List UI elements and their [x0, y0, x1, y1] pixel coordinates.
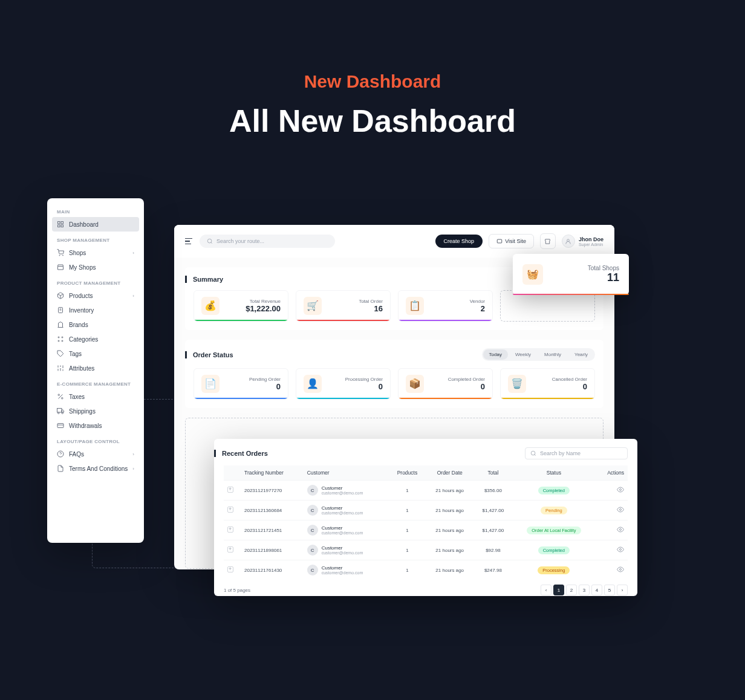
metric-value: 0	[249, 382, 281, 391]
sidebar-item-products[interactable]: Products ›	[52, 288, 139, 303]
tab-today[interactable]: Today	[483, 349, 508, 360]
money-bag-icon: 💰	[201, 297, 220, 315]
help-icon	[57, 450, 64, 458]
svg-rect-3	[61, 225, 63, 227]
orders-table: Tracking Number Customer Products Order …	[224, 465, 628, 580]
orders-search-input[interactable]: Search by Name	[525, 447, 628, 459]
customer-avatar: C	[307, 485, 318, 496]
cell-products: 1	[389, 481, 426, 501]
cell-products: 1	[389, 540, 426, 560]
cell-total: $247.98	[473, 560, 512, 580]
metric-label: Vendor	[470, 299, 485, 304]
sidebar-item-shippings[interactable]: Shippings	[52, 404, 139, 418]
view-action[interactable]	[617, 529, 624, 534]
sidebar-item-label: Tags	[69, 351, 82, 357]
metric-value: 0	[345, 382, 383, 391]
view-action[interactable]	[617, 569, 624, 574]
metric-pending: 📄 Pending Order0	[194, 368, 288, 400]
metric-processing: 👤 Processing Order0	[296, 368, 391, 400]
sidebar-item-label: Shippings	[69, 408, 96, 415]
cell-tracking: 20231121721451	[241, 520, 304, 540]
svg-rect-28	[57, 424, 63, 428]
sidebar-item-attributes[interactable]: Attributes	[52, 361, 139, 375]
store-icon	[57, 264, 64, 271]
svg-rect-34	[497, 239, 502, 243]
search-input[interactable]: Search your route...	[200, 235, 335, 248]
page-1[interactable]: 1	[553, 585, 564, 595]
building-icon	[57, 321, 64, 328]
customer-email: customer@demo.com	[322, 491, 363, 495]
cell-tracking: 20231121977270	[241, 481, 304, 501]
sidebar-item-brands[interactable]: Brands	[52, 317, 139, 332]
page-4[interactable]: 4	[591, 585, 602, 595]
sidebar-item-terms[interactable]: Terms And Conditions ›	[52, 461, 139, 476]
sidebar-item-dashboard[interactable]: Dashboard	[52, 217, 139, 232]
sidebar-item-shops[interactable]: Shops ›	[52, 245, 139, 260]
cell-tracking: 20231121898061	[241, 540, 304, 560]
svg-point-38	[620, 489, 622, 491]
page-next[interactable]: ›	[617, 585, 628, 595]
svg-rect-1	[61, 222, 63, 224]
page-2[interactable]: 2	[566, 585, 577, 595]
row-expand[interactable]	[227, 507, 233, 513]
cell-products: 1	[389, 560, 426, 580]
box-icon	[57, 292, 64, 299]
sidebar-item-inventory[interactable]: Inventory	[52, 303, 139, 317]
search-placeholder: Search your route...	[216, 238, 264, 244]
svg-point-10	[58, 337, 59, 338]
view-action[interactable]	[617, 489, 624, 494]
cart-icon: 🛒	[304, 297, 322, 315]
cell-tracking: 20231121360684	[241, 501, 304, 520]
file-icon	[57, 465, 64, 472]
svg-point-22	[58, 394, 60, 396]
sidebar-item-tags[interactable]: Tags	[52, 346, 139, 361]
svg-point-27	[62, 412, 63, 414]
sidebar-item-withdrawals[interactable]: Withdrawals	[52, 418, 139, 433]
customer-email: customer@demo.com	[322, 511, 363, 515]
sidebar-heading-product: PRODUCT MANAGEMENT	[52, 278, 139, 288]
chevron-right-icon: ›	[132, 466, 134, 472]
page-5[interactable]: 5	[604, 585, 615, 595]
sidebar-item-taxes[interactable]: Taxes	[52, 389, 139, 404]
cart-icon	[57, 249, 64, 256]
orders-title: Recent Orders	[214, 450, 268, 457]
row-expand[interactable]	[227, 566, 233, 572]
sidebar-item-label: Categories	[69, 336, 98, 343]
tag-icon	[57, 350, 64, 357]
svg-line-21	[59, 395, 63, 399]
create-shop-button[interactable]: Create Shop	[435, 235, 483, 248]
row-expand[interactable]	[227, 546, 233, 553]
order-status-card: Order Status Today Weekly Monthly Yearly…	[185, 340, 603, 408]
sidebar-item-label: FAQs	[69, 451, 84, 458]
tab-weekly[interactable]: Weekly	[509, 349, 537, 360]
metric-label: Processing Order	[345, 377, 383, 382]
sidebar-item-categories[interactable]: Categories	[52, 332, 139, 346]
page-prev[interactable]: ‹	[541, 585, 551, 595]
cell-tracking: 20231121761430	[241, 560, 304, 580]
metric-value: 16	[359, 304, 383, 313]
app-grid-button[interactable]	[540, 233, 556, 249]
sidebar-item-label: Taxes	[69, 394, 85, 400]
percent-icon	[57, 393, 64, 400]
shop-basket-icon: 🧺	[522, 264, 543, 285]
visit-site-button[interactable]: Visit Site	[489, 234, 534, 248]
view-action[interactable]	[617, 549, 624, 554]
page-3[interactable]: 3	[579, 585, 590, 595]
sidebar-item-faqs[interactable]: FAQs ›	[52, 447, 139, 461]
search-icon	[530, 450, 536, 456]
sidebar-heading-layout: LAYOUT/PAGE CONTROL	[52, 436, 139, 447]
view-action[interactable]	[617, 509, 624, 514]
clipboard-icon	[57, 306, 64, 314]
sidebar-item-label: Withdrawals	[69, 423, 102, 429]
user-menu[interactable]: Jhon Doe Super Admin	[562, 235, 603, 248]
tab-monthly[interactable]: Monthly	[538, 349, 567, 360]
svg-point-11	[62, 337, 63, 338]
external-icon	[496, 238, 503, 244]
menu-toggle-icon[interactable]	[185, 237, 194, 245]
metric-value: $1,222.00	[246, 304, 281, 313]
tab-yearly[interactable]: Yearly	[568, 349, 594, 360]
row-expand[interactable]	[227, 527, 233, 533]
sidebar-item-myshops[interactable]: My Shops	[52, 260, 139, 274]
svg-marker-25	[62, 410, 64, 412]
row-expand[interactable]	[227, 487, 233, 493]
